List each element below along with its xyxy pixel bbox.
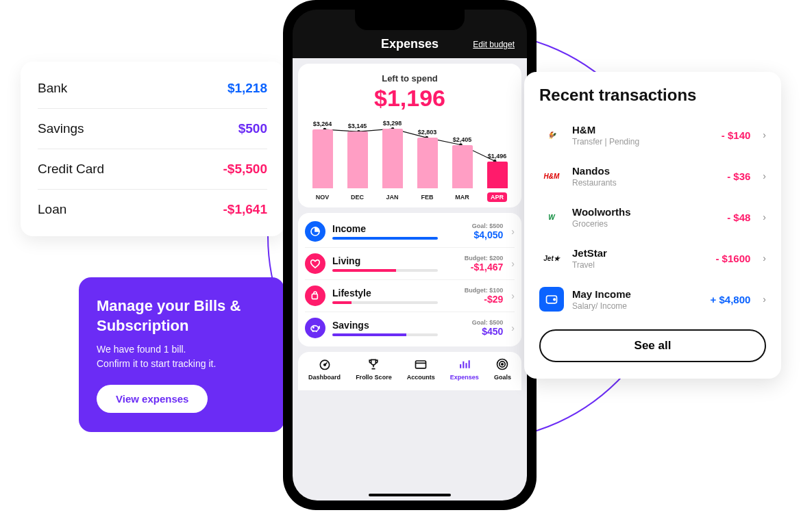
account-row: Loan -$1,641 <box>38 190 267 229</box>
account-row: Bank $1,218 <box>38 68 267 109</box>
category-row[interactable]: Lifestyle Budget: $100 -$29 › <box>305 280 515 312</box>
chevron-right-icon: › <box>511 322 515 333</box>
promo-text: We have found 1 bill. Confirm it to star… <box>97 342 267 371</box>
view-expenses-button[interactable]: View expenses <box>97 385 208 413</box>
category-name: Income <box>332 223 438 234</box>
bills-promo-card: Manage your Bills & Subscription We have… <box>79 277 284 432</box>
account-value: $1,218 <box>227 81 267 96</box>
transaction-row[interactable]: Jet★ JetStar Travel - $1600 › <box>539 238 766 279</box>
category-amount: $450 <box>445 326 503 337</box>
account-value: -$5,500 <box>223 162 267 177</box>
category-name: Lifestyle <box>332 288 438 299</box>
tab-frollo-score[interactable]: Frollo Score <box>356 357 392 381</box>
accounts-card: Bank $1,218Savings $500Credit Card -$5,5… <box>21 62 284 236</box>
transactions-title: Recent transactions <box>539 86 766 105</box>
transaction-amount: - $48 <box>727 212 750 223</box>
tab-label: Goals <box>494 374 511 381</box>
transaction-amount: - $36 <box>727 170 750 182</box>
merchant-icon: H&M <box>539 164 564 188</box>
category-name: Savings <box>332 320 438 331</box>
transactions-card: Recent transactions 🐓 H&M Transfer | Pen… <box>524 72 781 379</box>
bar-value-label: $3,264 <box>313 121 332 127</box>
category-amount: $4,050 <box>445 229 503 240</box>
account-row: Credit Card -$5,500 <box>38 149 267 190</box>
expenses-chart: $3,264 NOV $3,145 DEC $3,298 JAN $2,803 … <box>308 118 512 202</box>
transaction-category: Restaurants <box>572 178 719 188</box>
account-label: Loan <box>38 202 66 217</box>
tab-goals[interactable]: Goals <box>494 357 511 381</box>
category-icon <box>305 286 325 306</box>
transaction-row[interactable]: H&M Nandos Restaurants - $36 › <box>539 155 766 197</box>
category-goal: Budget: $200 <box>445 255 503 262</box>
category-row[interactable]: Living Budget: $200 -$1,467 › <box>305 248 515 280</box>
transaction-amount: + $4,800 <box>711 294 751 305</box>
category-row[interactable]: Income Goal: $500 $4,050 › <box>305 216 515 248</box>
tab-label: Dashboard <box>308 374 341 381</box>
chevron-right-icon: › <box>763 212 766 223</box>
bar-value-label: $2,803 <box>418 129 437 136</box>
transaction-row[interactable]: W Woolworths Groceries - $48 › <box>539 197 766 238</box>
category-icon <box>305 221 325 242</box>
see-all-button[interactable]: See all <box>539 329 766 362</box>
merchant-name: May Income <box>572 288 702 300</box>
chart-trend-line <box>308 118 512 201</box>
category-icon <box>305 318 325 338</box>
category-goal: Goal: $500 <box>445 223 503 229</box>
chart-column[interactable]: $3,264 NOV <box>308 129 337 202</box>
month-label: DEC <box>347 192 367 202</box>
tab-expenses[interactable]: Expenses <box>450 357 479 381</box>
transaction-category: Transfer | Pending <box>572 137 713 147</box>
bar-value-label: $3,145 <box>348 123 367 129</box>
transaction-row[interactable]: 🐓 H&M Transfer | Pending - $140 › <box>539 114 766 155</box>
category-row[interactable]: Savings Goal: $500 $450 › <box>305 312 515 344</box>
chevron-right-icon: › <box>511 258 515 269</box>
merchant-name: H&M <box>572 124 713 136</box>
chart-column[interactable]: $1,496 APR <box>482 162 512 202</box>
spend-label: Left to spend <box>308 73 512 84</box>
home-indicator <box>369 494 451 496</box>
merchant-name: Nandos <box>572 165 719 177</box>
tab-accounts[interactable]: Accounts <box>407 357 435 381</box>
tab-label: Accounts <box>407 374 435 381</box>
category-name: Living <box>332 255 438 266</box>
chart-column[interactable]: $2,405 MAR <box>447 145 477 202</box>
chevron-right-icon: › <box>763 170 766 181</box>
month-label: MAR <box>452 192 473 202</box>
merchant-name: JetStar <box>572 247 707 259</box>
tab-dashboard[interactable]: Dashboard <box>308 357 341 381</box>
svg-point-11 <box>323 364 325 366</box>
target-icon <box>495 357 509 371</box>
edit-budget-link[interactable]: Edit budget <box>473 40 515 49</box>
phone-notch <box>355 10 465 30</box>
account-label: Bank <box>38 81 67 96</box>
category-amount: -$29 <box>445 294 503 305</box>
transaction-row[interactable]: May Income Salary/ Income + $4,800 › <box>539 279 766 320</box>
card-icon <box>414 357 428 371</box>
merchant-icon: 🐓 <box>539 123 564 147</box>
category-goal: Budget: $100 <box>445 287 503 294</box>
chevron-right-icon: › <box>763 294 766 305</box>
chart-column[interactable]: $3,298 JAN <box>378 129 407 202</box>
transaction-category: Salary/ Income <box>572 301 702 311</box>
account-value: -$1,641 <box>223 202 267 217</box>
categories-list: Income Goal: $500 $4,050 › Living Budget… <box>298 213 521 346</box>
chevron-right-icon: › <box>511 226 515 237</box>
svg-point-8 <box>311 326 319 331</box>
svg-rect-12 <box>416 361 426 368</box>
chart-column[interactable]: $3,145 DEC <box>343 131 372 202</box>
category-icon <box>305 253 325 274</box>
category-amount: -$1,467 <box>445 262 503 273</box>
merchant-icon <box>539 287 564 312</box>
bar-value-label: $1,496 <box>488 153 507 160</box>
chart-column[interactable]: $2,803 FEB <box>412 138 442 202</box>
month-label: JAN <box>382 192 402 202</box>
transaction-amount: - $1600 <box>715 253 750 264</box>
svg-point-9 <box>313 327 314 328</box>
bars-icon <box>458 357 471 371</box>
account-label: Savings <box>38 121 84 136</box>
bottom-tab-bar: DashboardFrollo ScoreAccountsExpensesGoa… <box>298 352 521 390</box>
transaction-amount: - $140 <box>722 129 751 141</box>
merchant-icon: W <box>539 205 564 229</box>
spend-amount: $1,196 <box>308 85 512 112</box>
promo-title: Manage your Bills & Subscription <box>97 296 267 335</box>
